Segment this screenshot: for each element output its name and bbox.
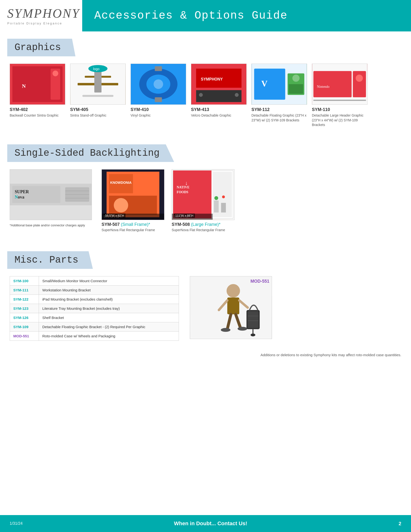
sym507-dimension: 56.5"W x 92"H: [104, 214, 125, 218]
svg-rect-11: [83, 95, 113, 97]
svg-rect-61: [221, 203, 226, 213]
svg-point-73: [221, 328, 230, 332]
svg-rect-17: [155, 97, 162, 102]
parts-code-sym111: SYM-111: [10, 285, 39, 294]
graphics-img-sym405: logo: [70, 64, 126, 105]
graphics-img-sym110: Nintendo: [312, 64, 367, 105]
header-banner: Accessories & Options Guide: [82, 0, 411, 31]
parts-code-sym126: SYM-126: [10, 313, 39, 322]
backlighting-tab: Single-Sided Backlighting: [7, 144, 174, 162]
code-sym405: SYM-405: [70, 107, 126, 112]
graphics-item-sym413: SYMPHONY SYM-413 Velcro Detachable Graph…: [191, 64, 247, 127]
table-row: SYM-126 Shelf Bracket: [10, 313, 179, 322]
graphics-item-sym112: V SYM-112 Detachable Floating Graphic (2…: [252, 64, 307, 127]
svg-rect-55: [173, 171, 212, 218]
svg-text:↓: ↓: [185, 180, 188, 186]
graphics-tab: Graphics: [7, 39, 75, 56]
table-row: SYM-122 iPad Mounting Bracket (excludes …: [10, 294, 179, 304]
parts-desc-sym123: Literature Tray Mounting Bracket (exclud…: [39, 304, 179, 313]
header-banner-title: Accessories & Options Guide: [94, 10, 288, 22]
graphics-item-sym110: Nintendo SYM-110 Detachable Large Header…: [312, 64, 367, 127]
table-row: SYM-109 Detachable Floating Graphic Brac…: [10, 322, 179, 331]
parts-desc-mod551: Roto-molded Case w/ Wheels and Packaging: [39, 331, 179, 341]
misc-tab: Misc. Parts: [7, 251, 93, 269]
graphics-section: N SYM-402 Backwall Counter Sintra Graphi…: [0, 61, 411, 132]
logo-area: SYmPHoNY Portable Display Elegance: [0, 0, 82, 31]
svg-point-22: [199, 93, 203, 97]
desc-sym410: Vinyl Graphic: [131, 113, 186, 118]
svg-point-34: [356, 75, 363, 82]
parts-desc-sym111: Workstation Mounting Bracket: [39, 285, 179, 294]
desc-sym413: Velcro Detachable Graphic: [191, 113, 247, 118]
svg-text:N: N: [22, 83, 26, 89]
svg-point-63: [222, 196, 225, 199]
parts-desc-sym126: Shelf Bracket: [39, 313, 179, 322]
backlight-note: *Additional base plate and/or connector …: [10, 223, 92, 228]
footer-note: Additions or deletions to existing Symph…: [0, 348, 411, 362]
svg-rect-31: [313, 71, 352, 97]
code-sym410: SYM-410: [131, 107, 186, 112]
svg-rect-35: [313, 100, 366, 101]
svg-text:logo: logo: [93, 67, 99, 71]
svg-point-4: [52, 71, 58, 76]
graphics-img-sym410: [131, 64, 186, 105]
table-row: MOD-551 Roto-molded Case w/ Wheels and P…: [10, 331, 179, 341]
desc-sym405: Sintra Stand-off Graphic: [70, 113, 126, 118]
code-sym110: SYM-110: [312, 107, 367, 112]
footer-note-text: Additions or deletions to existing Symph…: [260, 353, 401, 357]
svg-point-74: [238, 327, 247, 331]
sym507-code-num: SYM-507: [102, 222, 120, 227]
misc-title: Misc. Parts: [15, 255, 78, 266]
desc-sym110: Detachable Large Header Graphic (23"H x …: [312, 113, 367, 127]
footer-tagline: When in Doubt... Contact Us!: [174, 520, 247, 527]
svg-text:SUPER: SUPER: [15, 190, 29, 194]
svg-text:NATIVE: NATIVE: [177, 186, 189, 189]
sym507-product: KNOWDONIA 56.5"W x 92"H 56.5"W x 92"H SY…: [102, 169, 164, 232]
graphics-img-sym112: V: [252, 64, 307, 105]
supernova-main: SUPER Nova *Additional base plate and/or…: [10, 169, 92, 228]
svg-text:KNOWDONIA: KNOWDONIA: [110, 181, 132, 184]
graphics-img-sym402: N: [10, 64, 65, 105]
graphics-item-sym405: logo SYM-405 Sintra Stand-off Graphic: [70, 64, 126, 127]
footer-bar: 1/31/24 When in Doubt... Contact Us! 2: [0, 515, 411, 532]
misc-section-header: Misc. Parts: [0, 251, 411, 269]
sym507-img: KNOWDONIA 56.5"W x 92"H 56.5"W x 92"H: [102, 169, 164, 220]
mod551-area: MOD-551: [188, 276, 273, 339]
backlighting-grid: SUPER Nova *Additional base plate and/or…: [10, 169, 401, 232]
graphics-title: Graphics: [15, 42, 61, 53]
graphics-grid: N SYM-402 Backwall Counter Sintra Graphi…: [10, 64, 401, 127]
svg-text:Nintendo: Nintendo: [317, 85, 329, 88]
table-row: SYM-100 Small/Medium Monitor Mount Conne…: [10, 276, 179, 285]
sym507-frame: (Small Frame)*: [121, 222, 150, 227]
graphics-img-sym413: SYMPHONY: [191, 64, 247, 105]
sym508-dimension: 111"W x 88"H: [174, 214, 195, 218]
backlighting-section: SUPER Nova *Additional base plate and/or…: [0, 167, 411, 239]
logo-text: SYmPHoNY: [7, 6, 80, 20]
backlighting-section-header: Single-Sided Backlighting: [0, 144, 411, 162]
svg-point-78: [251, 333, 255, 336]
sym508-desc: SuperNova Flat Rectangular Frame: [172, 228, 234, 232]
svg-rect-68: [227, 297, 239, 314]
backlighting-title: Single-Sided Backlighting: [15, 148, 159, 159]
svg-point-62: [215, 196, 218, 200]
desc-sym402: Backwall Counter Sintra Graphic: [10, 113, 65, 118]
sym507-desc: SuperNova Flat Rectangular Frame: [102, 228, 164, 232]
svg-rect-21: [196, 90, 242, 102]
logo-subtitle: Portable Display Elegance: [7, 21, 62, 25]
sym508-code-num: SYM-508: [172, 222, 190, 227]
svg-rect-60: [214, 200, 219, 213]
code-sym413: SYM-413: [191, 107, 247, 112]
svg-point-28: [292, 75, 299, 82]
svg-text:Nova: Nova: [15, 195, 24, 200]
page-header: SYmPHoNY Portable Display Elegance Acces…: [0, 0, 411, 31]
code-sym402: SYM-402: [10, 107, 65, 112]
parts-code-sym123: SYM-123: [10, 304, 39, 313]
code-sym112: SYM-112: [252, 107, 307, 112]
parts-code-mod551: MOD-551: [10, 331, 39, 341]
parts-code-sym109: SYM-109: [10, 322, 39, 331]
svg-text:FOODS: FOODS: [177, 190, 188, 194]
mod551-img: MOD-551: [190, 276, 272, 339]
parts-desc-sym109: Detachable Floating Graphic Bracket - (2…: [39, 322, 179, 331]
misc-section: SYM-100 Small/Medium Monitor Mount Conne…: [0, 274, 411, 348]
footer-page: 2: [399, 521, 401, 526]
